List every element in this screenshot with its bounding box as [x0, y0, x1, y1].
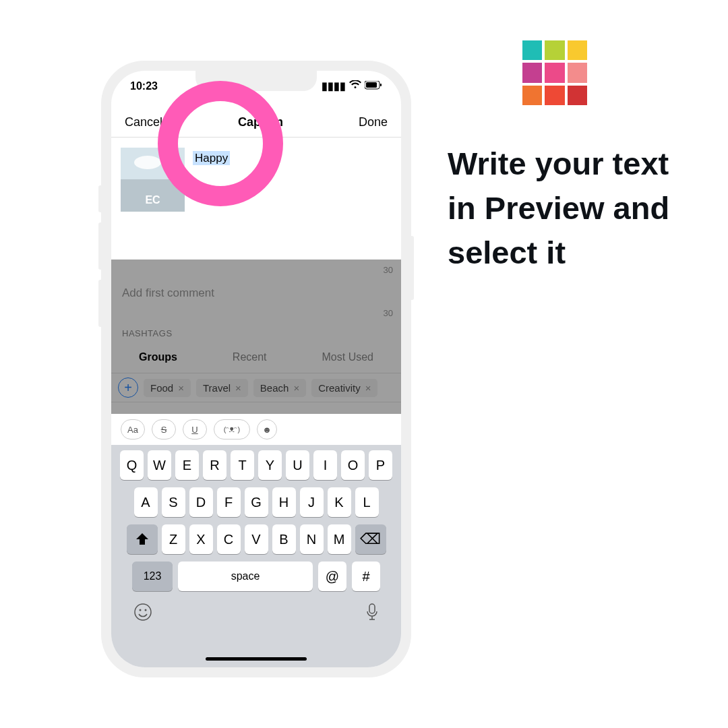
close-icon[interactable]: × [178, 382, 184, 394]
key-z[interactable]: Z [162, 524, 185, 554]
battery-icon [365, 80, 382, 92]
key-c[interactable]: C [217, 524, 241, 554]
hashtag-chip[interactable]: Food× [144, 379, 191, 397]
at-key[interactable]: @ [318, 562, 346, 591]
first-comment-input[interactable]: Add first comment [122, 286, 214, 300]
key-n[interactable]: N [300, 524, 324, 554]
key-a[interactable]: A [134, 487, 158, 517]
tab-groups[interactable]: Groups [139, 351, 177, 363]
format-toolbar: Aa S U (ᵔᴥᵔ) ☻ [111, 414, 401, 445]
delete-key[interactable]: ⌫ [355, 524, 386, 554]
key-d[interactable]: D [189, 487, 213, 517]
key-v[interactable]: V [245, 524, 268, 554]
home-indicator[interactable] [206, 657, 307, 661]
key-e[interactable]: E [175, 450, 199, 480]
highlight-circle-icon [158, 81, 283, 206]
done-button[interactable]: Done [359, 115, 388, 129]
key-k[interactable]: K [328, 487, 351, 517]
strikethrough-button[interactable]: S [152, 419, 176, 439]
cancel-button[interactable]: Cancel [125, 115, 162, 129]
svg-point-4 [140, 609, 142, 611]
key-w[interactable]: W [148, 450, 171, 480]
emoji-keyboard-icon[interactable] [133, 603, 152, 626]
svg-point-3 [135, 604, 151, 620]
tab-recent[interactable]: Recent [233, 351, 267, 363]
font-button[interactable]: Aa [121, 419, 145, 439]
app-logo [522, 40, 587, 105]
key-q[interactable]: Q [120, 450, 144, 480]
key-g[interactable]: G [245, 487, 268, 517]
key-b[interactable]: B [272, 524, 296, 554]
numbers-key[interactable]: 123 [132, 562, 173, 591]
space-key[interactable]: space [178, 562, 313, 591]
svg-rect-6 [369, 604, 375, 613]
hashtag-chip[interactable]: Creativity× [311, 379, 377, 397]
key-h[interactable]: H [272, 487, 296, 517]
key-i[interactable]: I [313, 450, 337, 480]
hashtag-chip[interactable]: Travel× [196, 379, 248, 397]
key-s[interactable]: S [162, 487, 185, 517]
char-count: 30 [384, 265, 393, 275]
key-f[interactable]: F [217, 487, 241, 517]
tab-most-used[interactable]: Most Used [322, 351, 373, 363]
keyboard: QWERTYUIOP ASDFGHJKL ZXCVBNM ⌫ 123 space… [111, 445, 401, 667]
underline-button[interactable]: U [183, 419, 207, 439]
svg-rect-1 [366, 82, 377, 88]
close-icon[interactable]: × [235, 382, 241, 394]
key-o[interactable]: O [341, 450, 365, 480]
shift-key[interactable] [127, 524, 158, 554]
hashtags-section-label: HASHTAGS [122, 328, 173, 338]
hash-key[interactable]: # [352, 562, 380, 591]
close-icon[interactable]: × [365, 382, 371, 394]
instruction-headline: Write your text in Preview and select it [448, 142, 704, 274]
signal-icon: ▮▮▮▮ [322, 80, 346, 92]
hashtag-chip-row: + Food× Travel× Beach× Creativity× [111, 373, 401, 402]
emoji-format-button[interactable]: ☻ [257, 419, 277, 439]
key-t[interactable]: T [231, 450, 254, 480]
key-m[interactable]: M [328, 524, 351, 554]
key-u[interactable]: U [286, 450, 309, 480]
add-hashtag-button[interactable]: + [118, 377, 138, 398]
dimmed-panel: 30 Add first comment 30 HASHTAGS Groups … [111, 260, 401, 418]
char-count-2: 30 [384, 308, 393, 318]
key-j[interactable]: J [300, 487, 324, 517]
status-time: 10:23 [130, 80, 158, 92]
key-l[interactable]: L [355, 487, 379, 517]
close-icon[interactable]: × [293, 382, 299, 394]
key-r[interactable]: R [203, 450, 226, 480]
hashtag-chip[interactable]: Beach× [253, 379, 306, 397]
svg-rect-2 [380, 84, 382, 86]
svg-point-5 [145, 609, 147, 611]
kaomoji-button[interactable]: (ᵔᴥᵔ) [214, 419, 250, 439]
key-y[interactable]: Y [258, 450, 282, 480]
hashtag-tabs: Groups Recent Most Used [111, 346, 401, 369]
key-x[interactable]: X [189, 524, 213, 554]
key-p[interactable]: P [369, 450, 392, 480]
wifi-icon [349, 80, 361, 92]
mic-icon[interactable] [365, 603, 379, 626]
